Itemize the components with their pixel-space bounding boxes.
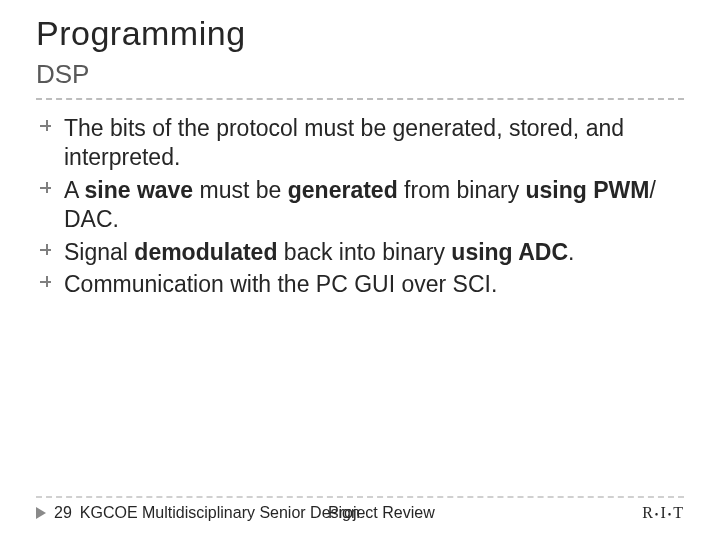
footer-row: 29 KGCOE Multidisciplinary Senior Design… xyxy=(36,504,684,522)
page-number: 29 xyxy=(54,504,72,522)
footer-center-text: Project Review xyxy=(328,504,435,522)
bullet-item: Signal demodulated back into binary usin… xyxy=(64,238,684,267)
footer-left-text: KGCOE Multidisciplinary Senior Design xyxy=(80,504,360,522)
divider-footer xyxy=(36,496,684,498)
bullet-list: The bits of the protocol must be generat… xyxy=(36,114,684,300)
bullet-item: Communication with the PC GUI over SCI. xyxy=(64,270,684,299)
footer: 29 KGCOE Multidisciplinary Senior Design… xyxy=(0,496,720,522)
slide: Programming DSP The bits of the protocol… xyxy=(0,0,720,540)
bullet-item: A sine wave must be generated from binar… xyxy=(64,176,684,235)
footer-right-logo: R•I•T xyxy=(642,504,684,522)
slide-subtitle: DSP xyxy=(36,59,684,90)
bullet-item: The bits of the protocol must be generat… xyxy=(64,114,684,173)
slide-title: Programming xyxy=(36,14,684,53)
triangle-icon xyxy=(36,507,46,519)
divider-top xyxy=(36,98,684,100)
